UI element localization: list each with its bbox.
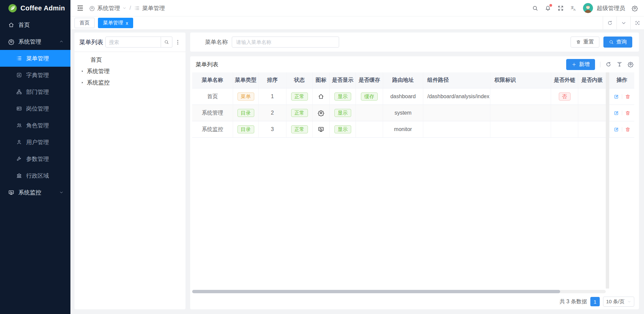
tab-menu-mgmt[interactable]: 菜单管理 x — [98, 18, 133, 28]
reset-button[interactable]: 重置 — [571, 37, 599, 48]
cell-external — [551, 105, 578, 121]
app-title: Coffee Admin — [20, 4, 65, 12]
table-header-row: 菜单名称 菜单类型 排序 状态 图标 是否显示 是否缓存 路由地址 组件路径 权… — [192, 72, 606, 88]
tree-node-home[interactable]: 首页 — [79, 54, 181, 65]
edit-icon[interactable] — [613, 127, 619, 132]
column-header: 图标 — [313, 72, 330, 88]
cell-icon — [313, 121, 330, 138]
sidebar-item-label: 菜单管理 — [26, 55, 49, 62]
settings-gear-icon[interactable] — [632, 5, 638, 11]
status-badge: 正常 — [291, 109, 308, 117]
column-header: 菜单名称 — [192, 72, 233, 88]
wrench-icon — [16, 156, 22, 162]
column-header: 是否外链 — [551, 72, 578, 88]
maximize-content-button[interactable] — [630, 16, 644, 30]
menu-name-label: 菜单名称 — [197, 38, 228, 46]
divider — [74, 52, 185, 52]
sidebar-item-label: 字典管理 — [26, 71, 49, 79]
sidebar-item-monitor[interactable]: 系统监控 — [0, 184, 70, 201]
row-density-icon[interactable] — [616, 61, 623, 67]
cell-visible: 显示 — [330, 88, 356, 105]
table-row[interactable]: 系统管理 目录 2 正常 显示 system — [192, 105, 606, 121]
cell-route-path: monitor — [383, 121, 423, 138]
tree-node-label: 系统监控 — [87, 79, 110, 86]
caret-right-icon[interactable] — [79, 68, 85, 74]
menu-list-icon — [16, 55, 22, 61]
page-content: 菜单列表 首页 系统管理 — [70, 30, 644, 314]
username[interactable]: 超级管理员 — [597, 4, 625, 12]
delete-icon[interactable] — [625, 127, 631, 132]
sidebar-item-label: 行政区域 — [26, 172, 49, 180]
sidebar-item-dict-mgmt[interactable]: 字典管理 — [0, 67, 70, 83]
edit-icon[interactable] — [613, 94, 619, 100]
tree-node-monitor[interactable]: 系统监控 — [79, 77, 181, 88]
notifications-button[interactable] — [545, 5, 551, 11]
monitor-icon — [318, 126, 324, 133]
column-header: 操作 — [609, 72, 634, 88]
column-header: 菜单类型 — [233, 72, 259, 88]
sidebar-item-post-mgmt[interactable]: 岗位管理 — [0, 100, 70, 117]
tree-search-input[interactable] — [105, 37, 161, 48]
search-icon[interactable] — [532, 5, 538, 11]
divider — [622, 111, 622, 115]
filter-bar: 菜单名称 重置 查询 — [190, 33, 639, 52]
visible-badge: 显示 — [334, 92, 351, 101]
menu-table: 菜单名称 菜单类型 排序 状态 图标 是否显示 是否缓存 路由地址 组件路径 权… — [192, 72, 606, 138]
column-settings-icon[interactable] — [628, 61, 634, 67]
plus-icon — [572, 62, 577, 67]
table-row[interactable]: 系统监控 目录 3 正常 显示 monitor — [192, 121, 606, 138]
sidebar-item-user-mgmt[interactable]: 用户管理 — [0, 134, 70, 150]
edit-icon[interactable] — [613, 110, 619, 116]
sidebar-item-label: 部门管理 — [26, 88, 49, 96]
table-scroll-gutter — [606, 72, 609, 289]
tree-node-system[interactable]: 系统管理 — [79, 65, 181, 77]
sidebar-item-system[interactable]: 系统管理 — [0, 33, 70, 50]
sidebar-item-menu-mgmt[interactable]: 菜单管理 — [0, 50, 70, 67]
translate-icon[interactable] — [570, 5, 577, 11]
scrollbar-thumb[interactable] — [192, 290, 560, 293]
refresh-table-icon[interactable] — [605, 61, 611, 67]
gear-icon — [89, 5, 95, 11]
sidebar-item-param-mgmt[interactable]: 参数管理 — [0, 150, 70, 167]
table-row[interactable]: 首页 菜单 1 正常 显示 缓存 dashboard /dashboard/an… — [192, 88, 606, 105]
refresh-tab-button[interactable] — [603, 16, 616, 30]
app-logo[interactable]: Coffee Admin — [0, 0, 70, 16]
menu-list-icon — [134, 5, 140, 11]
avatar[interactable] — [583, 3, 593, 13]
collapse-sidebar-icon[interactable] — [76, 4, 84, 12]
breadcrumb-parent[interactable]: 系统管理 — [97, 4, 120, 12]
menu-name-input[interactable] — [232, 37, 339, 48]
tab-home[interactable]: 首页 — [74, 18, 95, 28]
tabs-bar: 首页 菜单管理 x — [70, 16, 644, 30]
sidebar-item-region[interactable]: 行政区域 — [0, 167, 70, 184]
column-header: 权限标识 — [490, 72, 551, 88]
delete-icon[interactable] — [625, 110, 631, 116]
search-button[interactable]: 查询 — [603, 37, 632, 48]
page-button-1[interactable]: 1 — [590, 297, 600, 306]
delete-icon[interactable] — [625, 94, 631, 100]
horizontal-scrollbar[interactable] — [192, 290, 606, 293]
menu-tree-panel: 菜单列表 首页 系统管理 — [74, 33, 185, 309]
action-column: 操作 — [609, 72, 634, 138]
org-chart-icon — [16, 89, 22, 95]
tab-options-button[interactable] — [616, 16, 630, 30]
cell-permission — [490, 105, 551, 121]
roles-icon — [16, 122, 22, 128]
sidebar-item-role-mgmt[interactable]: 角色管理 — [0, 117, 70, 134]
caret-right-icon[interactable] — [79, 79, 85, 85]
add-button[interactable]: 新增 — [566, 59, 595, 70]
tree-search-button[interactable] — [161, 37, 172, 48]
more-options-icon[interactable] — [175, 39, 181, 45]
close-icon[interactable]: x — [126, 21, 128, 25]
cell-embedded — [578, 105, 606, 121]
fullscreen-icon[interactable] — [557, 5, 564, 11]
page-size-select[interactable]: 10 条/页 — [603, 297, 634, 307]
chevron-down-icon[interactable] — [122, 6, 126, 10]
sidebar-item-dept-mgmt[interactable]: 部门管理 — [0, 83, 70, 100]
right-column: 菜单名称 重置 查询 — [190, 33, 639, 309]
trash-icon — [576, 40, 581, 45]
sidebar-item-home[interactable]: 首页 — [0, 16, 70, 33]
tab-label: 菜单管理 — [103, 20, 123, 26]
cell-cache — [356, 121, 383, 138]
table-toolbar: 新增 — [566, 59, 634, 70]
